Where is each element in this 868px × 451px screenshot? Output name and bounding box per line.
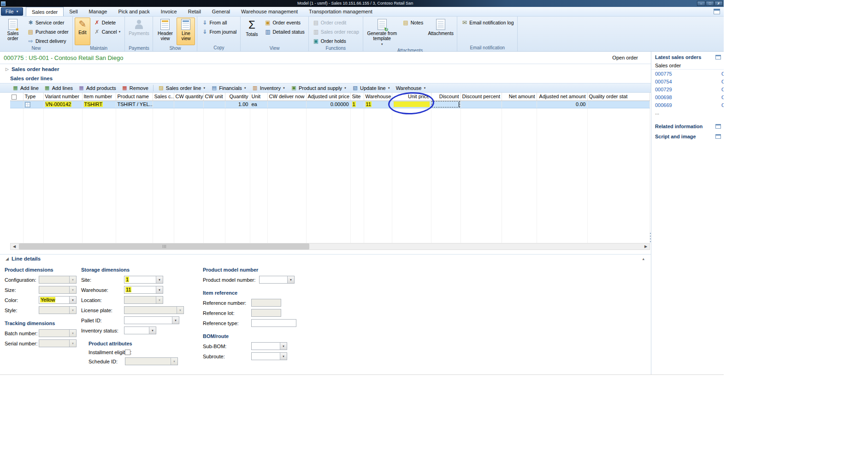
- sales-order-header-section[interactable]: ▷ Sales order header: [0, 64, 651, 74]
- product-and-supply-menu-button[interactable]: ▣ Product and supply ▼: [289, 84, 349, 91]
- dropdown-arrow-icon[interactable]: ▼: [69, 297, 76, 303]
- minimize-button[interactable]: –: [697, 1, 705, 6]
- financials-menu-button[interactable]: ▤ Financials ▼: [209, 84, 248, 91]
- panel-splitter[interactable]: [650, 233, 651, 243]
- cell-quantity[interactable]: 1.00: [225, 101, 250, 108]
- sales-order-link[interactable]: 000669: [655, 102, 672, 108]
- scroll-right-button[interactable]: ▶: [642, 243, 650, 249]
- column-header-adjusted-unit-price[interactable]: Adjusted unit price: [306, 93, 350, 101]
- dropdown-arrow-icon[interactable]: ▼: [149, 327, 156, 334]
- column-header-item-number[interactable]: Item number: [82, 93, 116, 101]
- product-model-number-combo[interactable]: ▼: [259, 276, 295, 284]
- sales-order-button[interactable]: ★ Sales order: [2, 18, 24, 45]
- dropdown-arrow-icon[interactable]: ▼: [280, 343, 287, 350]
- sales-order-link[interactable]: 000754: [655, 79, 672, 84]
- column-header-adjusted-net-amount[interactable]: Adjusted net amount: [537, 93, 587, 101]
- order-holds-button[interactable]: ▣ Order holds: [311, 36, 361, 45]
- tab-sell[interactable]: Sell: [64, 7, 83, 16]
- select-all-header[interactable]: [10, 93, 23, 101]
- column-header-unit-price[interactable]: Unit price: [392, 93, 431, 101]
- detailed-status-button[interactable]: ▥ Detailed status: [262, 27, 306, 36]
- collapse-arrow-icon[interactable]: ◢: [6, 256, 9, 261]
- column-header-quality-order-status[interactable]: Quality order stat: [587, 93, 650, 101]
- scroll-thumb[interactable]: [19, 243, 309, 249]
- dropdown-arrow-icon[interactable]: ▼: [156, 276, 163, 283]
- cell-sales-category[interactable]: [153, 101, 174, 108]
- column-header-type[interactable]: Type: [23, 93, 43, 101]
- close-button[interactable]: ✗: [714, 1, 723, 6]
- installment-eligible-checkbox[interactable]: [125, 350, 130, 355]
- inventory-status-combo[interactable]: ▼: [124, 326, 156, 334]
- cancel-button[interactable]: ✗ Cancel ▼: [92, 27, 123, 36]
- cell-adjusted-unit-price[interactable]: 0.00000: [306, 101, 350, 108]
- column-header-variant-number[interactable]: Variant number: [43, 93, 82, 101]
- email-notification-log-button[interactable]: ✉ Email notification log: [459, 18, 515, 27]
- sales-order-link[interactable]: 000775: [655, 71, 672, 77]
- cell-unit-price[interactable]: [392, 101, 431, 108]
- cell-variant-number[interactable]: VN-000142: [43, 101, 82, 108]
- open-factbox-icon[interactable]: [715, 134, 721, 139]
- related-information-header[interactable]: Related information: [651, 121, 724, 131]
- cell-discount[interactable]: [431, 101, 461, 108]
- add-line-button[interactable]: ▦ Add line: [10, 84, 41, 91]
- expand-arrow-icon[interactable]: ▷: [6, 67, 9, 71]
- add-products-button[interactable]: ▦ Add products: [76, 84, 118, 91]
- from-journal-button[interactable]: ⇓ From journal: [199, 27, 238, 36]
- update-line-menu-button[interactable]: ▧ Update line ▼: [350, 84, 393, 91]
- column-header-sales-category[interactable]: Sales c...: [153, 93, 174, 101]
- totals-button[interactable]: Σ Totals: [242, 18, 261, 45]
- sub-bom-combo[interactable]: ▼: [251, 342, 287, 350]
- order-events-button[interactable]: ▣ Order events: [262, 18, 306, 27]
- scroll-track[interactable]: [18, 243, 642, 249]
- list-item[interactable]: 000698 Open order: [651, 93, 724, 101]
- tab-manage[interactable]: Manage: [83, 7, 113, 16]
- warehouse-combo[interactable]: 11 ▼: [124, 286, 163, 294]
- tab-retail[interactable]: Retail: [183, 7, 207, 16]
- cell-site[interactable]: 1: [350, 101, 364, 108]
- generate-from-template-button[interactable]: ↻ Generate from template ▼: [365, 18, 399, 47]
- header-view-button[interactable]: Header view: [155, 18, 175, 45]
- more-link[interactable]: ...: [651, 109, 724, 116]
- dropdown-arrow-icon[interactable]: ▼: [287, 276, 294, 283]
- column-header-product-name[interactable]: Product name: [116, 93, 153, 101]
- open-factbox-icon[interactable]: [715, 55, 721, 59]
- dropdown-arrow-icon[interactable]: ▼: [280, 353, 287, 360]
- direct-delivery-button[interactable]: ⇨ Direct delivery: [25, 36, 71, 45]
- attachments-button[interactable]: Attachments: [426, 18, 455, 45]
- tab-warehouse-management[interactable]: Warehouse management: [236, 7, 303, 16]
- purchase-order-button[interactable]: ▤ Purchase order: [25, 27, 71, 36]
- list-item[interactable]: 000669 Open order: [651, 101, 724, 109]
- cell-product-name[interactable]: TSHIRT / YEL...: [116, 101, 153, 108]
- column-header-cw-quantity[interactable]: CW quantity: [174, 93, 203, 101]
- tab-invoice[interactable]: Invoice: [155, 7, 183, 16]
- column-header-cw-deliver-now[interactable]: CW deliver now: [267, 93, 306, 101]
- tab-transportation-management[interactable]: Transportation management: [303, 7, 378, 16]
- dropdown-arrow-icon[interactable]: ▼: [172, 317, 179, 324]
- subroute-combo[interactable]: ▼: [251, 352, 287, 360]
- cell-net-amount[interactable]: [502, 101, 537, 108]
- line-view-button[interactable]: Line view: [177, 18, 195, 45]
- select-all-checkbox[interactable]: [12, 95, 17, 100]
- sales-order-link[interactable]: 000729: [655, 87, 672, 92]
- cell-cw-unit[interactable]: [203, 101, 225, 108]
- cell-warehouse[interactable]: 11: [364, 101, 392, 108]
- table-row[interactable]: VN-000142 TSHIRT TSHIRT / YEL... 1.00 ea…: [10, 101, 650, 108]
- line-details-section-header[interactable]: ◢ Line details ▴: [0, 254, 651, 263]
- list-item[interactable]: 000754 Open order: [651, 77, 724, 85]
- cell-cw-quantity[interactable]: [174, 101, 203, 108]
- row-selector-cell[interactable]: [10, 101, 23, 108]
- column-header-cw-unit[interactable]: CW unit: [203, 93, 225, 101]
- delete-button[interactable]: ✗ Delete: [92, 18, 123, 27]
- window-layout-icon[interactable]: [714, 9, 720, 14]
- edit-button[interactable]: ✎ Edit: [75, 18, 90, 45]
- warehouse-menu-button[interactable]: Warehouse ▼: [394, 85, 429, 91]
- cell-adjusted-net-amount[interactable]: 0.00: [537, 101, 587, 108]
- cell-cw-deliver-now[interactable]: [267, 101, 306, 108]
- tab-sales-order[interactable]: Sales order: [26, 7, 64, 16]
- column-header-unit[interactable]: Unit: [250, 93, 267, 101]
- column-header-quantity[interactable]: Quantity: [225, 93, 250, 101]
- pallet-id-combo[interactable]: ▼: [124, 316, 179, 324]
- from-all-button[interactable]: ⇓ From all: [199, 18, 238, 27]
- tab-pick-and-pack[interactable]: Pick and pack: [112, 7, 155, 16]
- horizontal-scrollbar[interactable]: ◀ ▶: [10, 243, 650, 250]
